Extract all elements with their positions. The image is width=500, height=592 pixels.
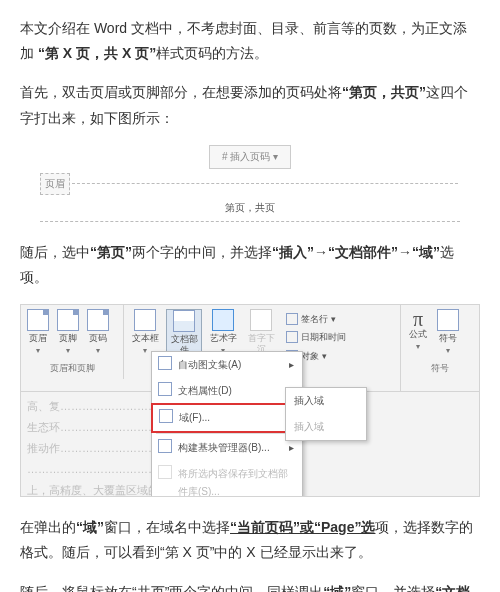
dashed-line [40, 221, 460, 222]
datetime-item[interactable]: 日期和时间 [286, 329, 346, 345]
chevron-down-icon: ▾ [273, 151, 278, 162]
field-icon [159, 409, 173, 423]
signature-icon [286, 313, 298, 325]
chevron-down-icon: ▾ [55, 344, 81, 358]
page-icon [57, 309, 79, 331]
group-label: 符号 [405, 358, 475, 376]
label: 文本框 [128, 333, 162, 344]
dropcap-icon [250, 309, 272, 331]
hash-icon: # [222, 151, 228, 162]
chevron-down-icon: ▾ [405, 340, 431, 354]
wordart-icon [212, 309, 234, 331]
label: 艺术字 [206, 333, 240, 344]
formula-button[interactable]: π 公式 ▾ [405, 309, 431, 358]
text: 两个字的中间，并选择 [132, 244, 272, 260]
bold-text: “插入” [272, 244, 314, 260]
menu-blocks[interactable]: 构建基块管理器(B)... ▸ [152, 435, 302, 461]
group-header-footer: 页眉 ▾ 页脚 ▾ 页码 ▾ 页眉和页脚 [21, 305, 124, 378]
label: 文档属性(D) [178, 382, 232, 400]
label: 插入页码 [230, 151, 270, 162]
bold-text: “域” [323, 584, 351, 592]
pagenum-button[interactable]: 页码 ▾ [85, 309, 111, 358]
dashed-line [72, 183, 458, 184]
signature-line-item[interactable]: 签名行▾ [286, 311, 346, 327]
header-line: 页眉 [40, 173, 460, 195]
text: 随后，选中 [20, 244, 90, 260]
chevron-down-icon: ▾ [85, 344, 111, 358]
label: 页码 [85, 333, 111, 344]
header-tag: 页眉 [40, 173, 70, 195]
text: 在弹出的 [20, 519, 76, 535]
bold-text: “域” [412, 244, 440, 260]
typed-text: 第页，共页 [40, 195, 460, 221]
label: 签名行 [301, 311, 328, 327]
group-symbols: π 公式 ▾ 符号 ▾ 符号 [401, 305, 479, 378]
label: 页眉 [25, 333, 51, 344]
chevron-down-icon: ▾ [322, 348, 327, 364]
underline-text: “当前页码”或“Page”选 [230, 519, 375, 535]
label: 将所选内容保存到文档部件库(S)... [178, 465, 294, 497]
insert-pagenum-button: # 插入页码 ▾ [209, 145, 291, 169]
label: 对象 [301, 348, 319, 364]
bold-text: “第 X 页，共 X 页” [38, 45, 156, 61]
menu-autotext[interactable]: 自动图文集(A) ▸ [152, 352, 302, 378]
label: 符号 [435, 333, 461, 344]
header-button[interactable]: 页眉 ▾ [25, 309, 51, 358]
chevron-down-icon: ▾ [435, 344, 461, 358]
page-icon [27, 309, 49, 331]
step2-para: 随后，选中“第页”两个字的中间，并选择“插入”→“文档部件”→“域”选项。 [20, 240, 480, 290]
chevron-right-icon: ▸ [289, 356, 294, 374]
menu-save[interactable]: 将所选内容保存到文档部件库(S)... [152, 461, 302, 497]
step4-para: 随后，将鼠标放在“共页”两个字的中间，同样调出“域”窗口，并选择“文档的页数”或… [20, 580, 480, 592]
submenu-insert-field-desc: 插入域 [286, 414, 366, 440]
footer-button[interactable]: 页脚 ▾ [55, 309, 81, 358]
text: → [398, 244, 412, 260]
textbox-icon [134, 309, 156, 331]
label: 公式 [405, 329, 431, 340]
docprop-icon [158, 382, 172, 396]
menu-field[interactable]: 域(F)... [151, 403, 303, 433]
group-label: 页眉和页脚 [25, 358, 119, 376]
menu-docprop[interactable]: 文档属性(D) ▸ [152, 378, 302, 404]
text: 窗口，在域名中选择 [104, 519, 230, 535]
text: 随后，将鼠标放在“共页”两个字的中间，同样调出 [20, 584, 323, 592]
omega-icon [437, 309, 459, 331]
bold-text: “域” [76, 519, 104, 535]
docparts-icon [173, 310, 195, 332]
label: 域(F)... [179, 409, 210, 427]
bold-text: “第页，共页” [342, 84, 426, 100]
hash-icon [87, 309, 109, 331]
chevron-down-icon: ▾ [331, 311, 336, 327]
label: 页脚 [55, 333, 81, 344]
text: 窗口，并选择 [351, 584, 435, 592]
save-icon [158, 465, 172, 479]
step1-para: 首先，双击页眉或页脚部分，在想要添加的页码处将“第页，共页”这四个字打出来，如下… [20, 80, 480, 130]
label: 自动图文集(A) [178, 356, 241, 374]
text: 首先，双击页眉或页脚部分，在想要添加的页码处将 [20, 84, 342, 100]
docparts-dropdown: 自动图文集(A) ▸ 文档属性(D) ▸ 域(F)... 构建基块管理器(B).… [151, 351, 303, 497]
pi-icon: π [405, 309, 431, 329]
symbol-button[interactable]: 符号 ▾ [435, 309, 461, 358]
header-footer-screenshot: # 插入页码 ▾ 页眉 第页，共页 [40, 145, 460, 222]
label: 日期和时间 [301, 329, 346, 345]
intro-para: 本文介绍在 Word 文档中，不考虑封面、目录、前言等的页数，为正文添加 “第 … [20, 16, 480, 66]
word-ribbon-screenshot: 页眉 ▾ 页脚 ▾ 页码 ▾ 页眉和页脚 [20, 304, 480, 497]
calendar-icon [286, 331, 298, 343]
label: 构建基块管理器(B)... [178, 439, 270, 457]
text: 样式页码的方法。 [156, 45, 268, 61]
chevron-right-icon: ▸ [289, 439, 294, 457]
chevron-down-icon: ▾ [25, 344, 51, 358]
separator [156, 433, 298, 434]
bold-text: “第页” [90, 244, 132, 260]
blocks-icon [158, 439, 172, 453]
submenu-insert-field[interactable]: 插入域 [286, 388, 366, 414]
autotext-icon [158, 356, 172, 370]
step3-para: 在弹出的“域”窗口，在域名中选择“当前页码”或“Page”选项，选择数字的格式。… [20, 515, 480, 565]
bold-text: “文档部件” [328, 244, 398, 260]
field-submenu: 插入域 插入域 [285, 387, 367, 441]
text: → [314, 244, 328, 260]
